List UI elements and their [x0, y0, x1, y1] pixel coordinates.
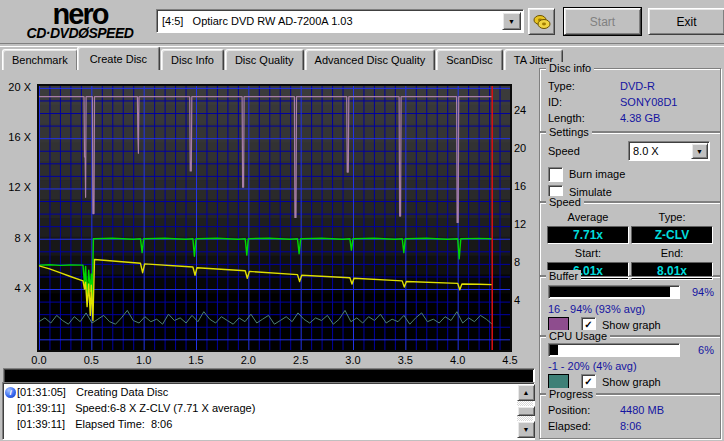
- speed-type-header: Type:: [659, 211, 686, 225]
- cpu-show-graph-checkbox[interactable]: ✓: [581, 374, 596, 389]
- tab-disc-info[interactable]: Disc Info: [161, 49, 224, 70]
- disc-type-value: DVD-R: [620, 80, 655, 92]
- log-timestamp: [01:39:11]: [17, 402, 65, 414]
- buffer-range: 16 - 94% (93% avg): [540, 301, 720, 316]
- log-line: i[01:39:11]Elapsed Time: 8:06: [5, 416, 516, 432]
- left-axis-tick: 4 X: [14, 282, 31, 294]
- disc-id-row: ID:SONY08D1: [540, 94, 720, 110]
- left-axis-tick: 12 X: [8, 181, 31, 193]
- drive-select-value[interactable]: [4:5] Optiarc DVD RW AD-7200A 1.03: [158, 11, 522, 31]
- disc-info-title: Disc info: [546, 62, 594, 74]
- start-button[interactable]: Start: [564, 8, 641, 35]
- elapsed-value: 8:06: [620, 420, 641, 432]
- log-timestamp: [01:31:05]: [17, 386, 66, 398]
- buffer-bar-fill: [550, 287, 670, 297]
- log-message: Creating Data Disc: [76, 386, 168, 398]
- burn-image-label: Burn image: [569, 168, 625, 180]
- position-value: 4480 MB: [620, 404, 664, 416]
- chevron-down-icon[interactable]: ▼: [502, 12, 521, 30]
- avg-speed-header: Average: [568, 211, 609, 225]
- x-axis-tick: 3.5: [398, 354, 413, 366]
- scrollbar-thumb[interactable]: [517, 406, 535, 416]
- cpu-group: CPU Usage 6% -1 - 20% (4% avg) ✓ Show gr…: [539, 336, 721, 394]
- elapsed-row: Elapsed:8:06: [540, 418, 720, 434]
- cpu-range: -1 - 20% (4% avg): [540, 358, 720, 373]
- drive-select[interactable]: [4:5] Optiarc DVD RW AD-7200A 1.03 ▼: [156, 9, 524, 33]
- tab-disc-quality[interactable]: Disc Quality: [225, 49, 304, 70]
- chart-right-axis: 2420161284: [514, 86, 536, 350]
- right-axis-tick: 20: [514, 142, 526, 154]
- right-axis-tick: 12: [514, 218, 526, 230]
- speed-select[interactable]: 8.0 X ▼: [628, 141, 710, 161]
- right-axis-tick: 4: [514, 294, 520, 306]
- nero-cd-dvd-speed-window: nero CD·DVDØSPEED [4:5] Optiarc DVD RW A…: [0, 0, 724, 441]
- avg-speed-display: 7.71x: [547, 226, 629, 244]
- tab-advanced-disc-quality[interactable]: Advanced Disc Quality: [305, 49, 436, 70]
- cd-dvd-speed-logo-text: CD·DVDØSPEED: [6, 27, 154, 40]
- eject-media-button[interactable]: [528, 8, 555, 35]
- disc-id-value: SONY08D1: [620, 96, 677, 108]
- chart-left-axis: 20 X16 X12 X8 X4 X: [0, 86, 33, 350]
- progress-title: Progress: [546, 388, 596, 400]
- nero-logo-text: nero: [6, 1, 154, 27]
- settings-group: Settings Speed 8.0 X ▼ Burn image Simula…: [539, 132, 721, 202]
- overall-progress-fill: [5, 370, 533, 382]
- progress-group: Progress Position:4480 MB Elapsed:8:06: [539, 394, 721, 439]
- status-log-lines: i[01:31:05]Creating Data Disci[01:39:11]…: [5, 384, 516, 438]
- start-speed-header: Start:: [575, 247, 601, 261]
- position-row: Position:4480 MB: [540, 402, 720, 418]
- right-axis-tick: 16: [514, 180, 526, 192]
- x-axis-tick: 0.0: [31, 354, 46, 366]
- disc-info-group: Disc info Type:DVD-R ID:SONY08D1 Length:…: [539, 68, 721, 132]
- disc-type-row: Type:DVD-R: [540, 78, 720, 94]
- check-icon: ✓: [584, 376, 592, 387]
- buffer-bar: [548, 285, 680, 299]
- x-axis-tick: 1.0: [136, 354, 151, 366]
- x-axis-tick: 2.0: [241, 354, 256, 366]
- x-axis-tick: 0.5: [84, 354, 99, 366]
- log-message: Speed:6-8 X Z-CLV (7.71 X average): [75, 402, 255, 414]
- cpu-bar-fill: [550, 345, 558, 355]
- x-axis-tick: 4.0: [450, 354, 465, 366]
- buffer-group: Buffer 94% 16 - 94% (93% avg) ✓ Show gra…: [539, 276, 721, 336]
- log-line: i[01:39:11]Speed:6-8 X Z-CLV (7.71 X ave…: [5, 400, 516, 416]
- cpu-show-graph-label: Show graph: [602, 376, 661, 388]
- tab-benchmark[interactable]: Benchmark: [2, 49, 78, 70]
- cpu-color-swatch: [548, 374, 569, 389]
- scroll-down-button[interactable]: ▼: [517, 421, 535, 438]
- buffer-percent: 94%: [688, 286, 714, 298]
- log-timestamp: [01:39:11]: [17, 418, 65, 430]
- burn-image-checkbox[interactable]: [548, 167, 563, 182]
- tab-scandisc[interactable]: ScanDisc: [436, 49, 502, 70]
- burn-image-row: Burn image: [540, 165, 720, 183]
- log-scrollbar[interactable]: ▲ ▼: [517, 384, 533, 438]
- scroll-up-button[interactable]: ▲: [517, 384, 535, 401]
- discs-icon: [533, 14, 551, 30]
- status-log: i[01:31:05]Creating Data Disci[01:39:11]…: [2, 382, 535, 440]
- x-axis-tick: 1.5: [188, 354, 203, 366]
- settings-title: Settings: [546, 126, 592, 138]
- right-axis-tick: 24: [514, 104, 526, 116]
- speed-group-title: Speed: [546, 196, 584, 208]
- tab-create-disc[interactable]: Create Disc: [77, 46, 160, 70]
- x-axis-tick: 3.0: [345, 354, 360, 366]
- log-line: i[01:31:05]Creating Data Disc: [5, 384, 516, 400]
- end-speed-header: End:: [661, 247, 684, 261]
- cpu-title: CPU Usage: [546, 330, 610, 342]
- speed-setting-label: Speed: [548, 145, 628, 157]
- left-axis-tick: 20 X: [8, 81, 31, 93]
- chevron-down-icon[interactable]: ▼: [691, 143, 708, 159]
- left-axis-tick: 8 X: [14, 232, 31, 244]
- speed-select-value: 8.0 X: [633, 145, 659, 157]
- exit-button[interactable]: Exit: [648, 8, 724, 35]
- disc-length-value: 4.38 GB: [620, 112, 660, 124]
- buffer-show-graph-label: Show graph: [602, 319, 661, 331]
- tab-bar: BenchmarkCreate DiscDisc InfoDisc Qualit…: [2, 47, 564, 70]
- speed-type-display: Z-CLV: [631, 226, 713, 244]
- right-axis-tick: 8: [514, 256, 520, 268]
- nero-logo: nero CD·DVDØSPEED: [6, 1, 154, 41]
- disc-icon: Ø: [78, 25, 88, 41]
- speed-chart: [37, 84, 512, 352]
- speed-group: Speed Average Type: 7.71x Z-CLV Start: E…: [539, 202, 721, 276]
- x-axis-tick: 4.5: [502, 354, 517, 366]
